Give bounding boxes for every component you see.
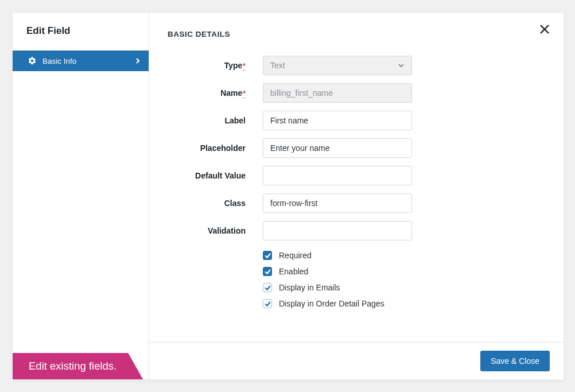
sidebar-title: Edit Field <box>13 13 149 51</box>
checkbox-icon <box>263 251 272 260</box>
label-input[interactable] <box>263 111 412 130</box>
modal-main: BASIC DETAILS Type* Text Name* Label <box>149 13 564 379</box>
row-class: Class <box>168 193 545 213</box>
modal-sidebar: Edit Field Basic Info <box>13 13 149 379</box>
row-name: Name* <box>168 83 545 103</box>
label-placeholder: Placeholder <box>168 143 263 153</box>
checkbox-emails[interactable]: Display in Emails <box>263 283 545 292</box>
section-title: BASIC DETAILS <box>149 13 564 50</box>
checkbox-label: Display in Order Detail Pages <box>279 299 384 308</box>
default-value-input[interactable] <box>263 166 412 185</box>
label-type: Type* <box>168 61 263 70</box>
caption-banner: Edit existing fields. <box>13 353 143 379</box>
sidebar-item-basic-info[interactable]: Basic Info <box>13 51 149 71</box>
name-input[interactable] <box>263 83 412 103</box>
row-label: Label <box>168 111 545 130</box>
checkbox-required[interactable]: Required <box>263 251 545 260</box>
gear-icon <box>28 56 37 65</box>
class-input[interactable] <box>263 193 412 213</box>
placeholder-input[interactable] <box>263 138 412 158</box>
row-default-value: Default Value <box>168 166 545 185</box>
checkbox-label: Display in Emails <box>279 283 340 292</box>
checkbox-enabled[interactable]: Enabled <box>263 267 545 276</box>
checkbox-icon <box>263 267 272 276</box>
save-close-button[interactable]: Save & Close <box>480 351 550 371</box>
sidebar-item-label: Basic Info <box>42 57 76 65</box>
label-class: Class <box>168 199 263 208</box>
checkbox-icon <box>263 299 272 308</box>
caption-text: Edit existing fields. <box>29 360 116 372</box>
row-placeholder: Placeholder <box>168 138 545 158</box>
label-default-value: Default Value <box>168 171 263 180</box>
form: Type* Text Name* Label <box>149 50 564 327</box>
type-select-value: Text <box>270 61 285 70</box>
label-label: Label <box>168 116 263 125</box>
validation-input[interactable] <box>263 221 412 240</box>
chevron-down-icon <box>398 62 405 69</box>
checkbox-icon <box>263 283 272 292</box>
row-type: Type* Text <box>168 56 545 75</box>
checkbox-order-pages[interactable]: Display in Order Detail Pages <box>263 299 545 308</box>
close-icon <box>539 24 550 34</box>
chevron-right-icon <box>135 57 141 65</box>
edit-field-modal: Edit Field Basic Info BASIC DETAILS Type… <box>13 13 564 379</box>
close-button[interactable] <box>539 24 550 37</box>
row-validation: Validation <box>168 221 545 240</box>
type-select[interactable]: Text <box>263 56 412 75</box>
checkbox-group: Required Enabled Display in Emails Displ… <box>263 249 545 308</box>
checkbox-label: Required <box>279 251 312 260</box>
modal-footer: Save & Close <box>149 342 564 379</box>
checkbox-label: Enabled <box>279 267 308 276</box>
label-name: Name* <box>168 88 263 98</box>
label-validation: Validation <box>168 226 263 235</box>
